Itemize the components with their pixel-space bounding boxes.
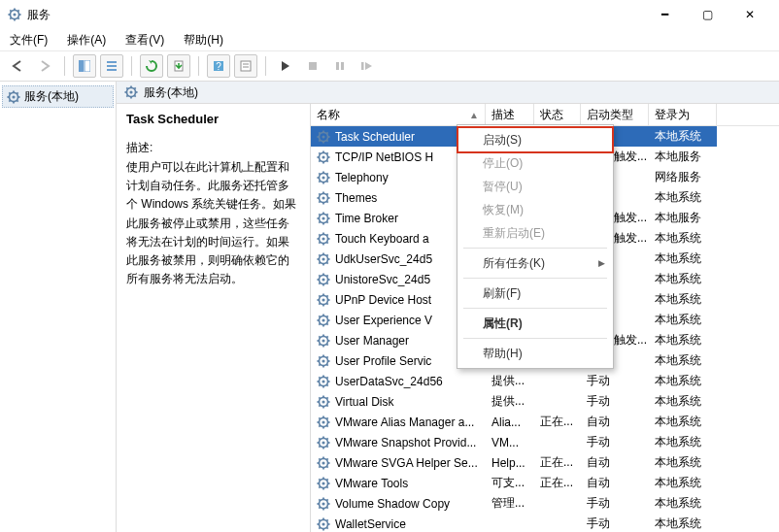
gear-icon bbox=[317, 395, 330, 409]
cell-start: 手动 bbox=[581, 391, 649, 412]
menu-action[interactable]: 操作(A) bbox=[63, 30, 110, 50]
cell-name: VMware Tools bbox=[311, 473, 486, 493]
gear-icon bbox=[124, 85, 138, 99]
view-list-button[interactable] bbox=[100, 54, 123, 78]
ctx-properties[interactable]: 属性(R) bbox=[457, 312, 613, 335]
svc-start-button[interactable] bbox=[274, 54, 297, 78]
svc-restart-button[interactable] bbox=[356, 54, 379, 78]
col-start[interactable]: 启动类型 bbox=[581, 104, 649, 125]
nav-forward-button[interactable] bbox=[33, 54, 56, 78]
cell-desc: 提供... bbox=[486, 371, 534, 391]
svg-rect-24 bbox=[361, 62, 364, 70]
menu-help[interactable]: 帮助(H) bbox=[180, 30, 227, 50]
view-details-button[interactable] bbox=[73, 54, 96, 78]
sort-asc-icon: ▲ bbox=[469, 110, 479, 120]
export-button[interactable] bbox=[167, 54, 190, 78]
ctx-restart[interactable]: 重新启动(E) bbox=[457, 221, 613, 245]
gear-icon bbox=[317, 150, 330, 164]
menubar: 文件(F) 操作(A) 查看(V) 帮助(H) bbox=[0, 29, 779, 51]
table-row[interactable]: VMware Alias Manager a...Alia...正在...自动本… bbox=[311, 412, 779, 432]
svg-rect-22 bbox=[336, 62, 339, 70]
col-name[interactable]: 名称▲ bbox=[311, 104, 486, 125]
cell-logon: 本地系统 bbox=[649, 452, 717, 473]
cell-state: 正在... bbox=[534, 412, 581, 432]
gear-icon bbox=[317, 171, 330, 184]
gear-icon bbox=[317, 212, 330, 225]
cell-logon: 本地系统 bbox=[649, 249, 717, 269]
svc-pause-button[interactable] bbox=[328, 54, 352, 78]
gear-icon bbox=[317, 130, 330, 144]
gear-icon bbox=[317, 416, 330, 429]
gear-icon bbox=[317, 232, 330, 246]
gear-icon bbox=[317, 334, 330, 348]
properties-button[interactable] bbox=[234, 54, 257, 78]
menu-view[interactable]: 查看(V) bbox=[121, 30, 168, 50]
cell-start: 手动 bbox=[581, 371, 649, 391]
gear-icon bbox=[317, 375, 330, 388]
cell-start: 自动 bbox=[581, 412, 649, 432]
table-row[interactable]: VMware Tools可支...正在...自动本地系统 bbox=[311, 473, 779, 493]
col-state[interactable]: 状态 bbox=[534, 104, 581, 125]
cell-logon: 网络服务 bbox=[649, 167, 717, 187]
cell-logon: 本地系统 bbox=[649, 310, 717, 330]
cell-name: VMware Alias Manager a... bbox=[311, 412, 486, 432]
gear-icon bbox=[317, 293, 330, 307]
menu-file[interactable]: 文件(F) bbox=[6, 30, 51, 50]
table-row[interactable]: WalletService手动本地系统 bbox=[311, 514, 779, 532]
ctx-all-tasks[interactable]: 所有任务(K) bbox=[457, 251, 613, 275]
svg-rect-21 bbox=[309, 62, 317, 70]
cell-logon: 本地系统 bbox=[649, 391, 717, 412]
ctx-resume[interactable]: 恢复(M) bbox=[457, 198, 613, 221]
cell-state bbox=[534, 371, 581, 391]
cell-start: 手动 bbox=[581, 493, 649, 514]
maximize-button[interactable]: ▢ bbox=[686, 1, 728, 28]
table-row[interactable]: Volume Shadow Copy管理...手动本地系统 bbox=[311, 493, 779, 514]
gear-icon bbox=[317, 314, 330, 327]
cell-desc: 提供... bbox=[486, 391, 534, 412]
cell-name: Virtual Disk bbox=[311, 391, 486, 412]
ctx-help[interactable]: 帮助(H) bbox=[457, 342, 613, 365]
col-logon[interactable]: 登录为 bbox=[649, 104, 717, 125]
cell-state: 正在... bbox=[534, 473, 581, 493]
window-title: 服务 bbox=[27, 7, 51, 23]
cell-desc: 管理... bbox=[486, 493, 534, 514]
close-button[interactable]: ✕ bbox=[728, 1, 771, 28]
gear-icon bbox=[317, 436, 330, 449]
cell-logon: 本地系统 bbox=[649, 228, 717, 249]
gear-icon bbox=[317, 191, 330, 205]
gear-icon bbox=[317, 517, 330, 531]
titlebar[interactable]: 服务 ━ ▢ ✕ bbox=[0, 0, 779, 29]
table-row[interactable]: VMware SVGA Helper Se...Help...正在...自动本地… bbox=[311, 452, 779, 473]
cell-desc: Help... bbox=[486, 452, 534, 473]
cell-logon: 本地系统 bbox=[649, 371, 717, 391]
ctx-refresh[interactable]: 刷新(F) bbox=[457, 282, 613, 305]
refresh-button[interactable] bbox=[140, 54, 163, 78]
app-gear-icon bbox=[8, 8, 21, 21]
gear-icon bbox=[317, 252, 330, 266]
ctx-stop[interactable]: 停止(O) bbox=[457, 151, 613, 175]
help-button[interactable]: ? bbox=[207, 54, 230, 78]
cell-start: 手动 bbox=[581, 432, 649, 452]
cell-state bbox=[534, 514, 581, 532]
ctx-pause[interactable]: 暂停(U) bbox=[457, 175, 613, 198]
window: 服务 ━ ▢ ✕ 文件(F) 操作(A) 查看(V) 帮助(H) ? bbox=[0, 0, 779, 532]
tree-item-services-local[interactable]: 服务(本地) bbox=[2, 85, 114, 108]
detail-panel: Task Scheduler 描述: 使用户可以在此计算机上配置和计划自动任务。… bbox=[117, 104, 311, 532]
svc-stop-button[interactable] bbox=[301, 54, 324, 78]
ctx-start[interactable]: 启动(S) bbox=[457, 128, 613, 151]
nav-back-button[interactable] bbox=[6, 54, 29, 78]
svg-rect-11 bbox=[85, 60, 90, 72]
tree-panel: 服务(本地) bbox=[0, 82, 117, 532]
cell-state bbox=[534, 432, 581, 452]
cell-logon: 本地系统 bbox=[649, 330, 717, 350]
gear-icon bbox=[317, 456, 330, 470]
svg-rect-23 bbox=[341, 62, 344, 70]
table-row[interactable]: Virtual Disk提供...手动本地系统 bbox=[311, 391, 779, 412]
table-row[interactable]: UserDataSvc_24d56提供...手动本地系统 bbox=[311, 371, 779, 391]
minimize-button[interactable]: ━ bbox=[643, 1, 686, 28]
cell-state bbox=[534, 493, 581, 514]
cell-desc bbox=[486, 514, 534, 532]
cell-name: VMware SVGA Helper Se... bbox=[311, 452, 486, 473]
table-row[interactable]: VMware Snapshot Provid...VM...手动本地系统 bbox=[311, 432, 779, 452]
col-desc[interactable]: 描述 bbox=[486, 104, 534, 125]
